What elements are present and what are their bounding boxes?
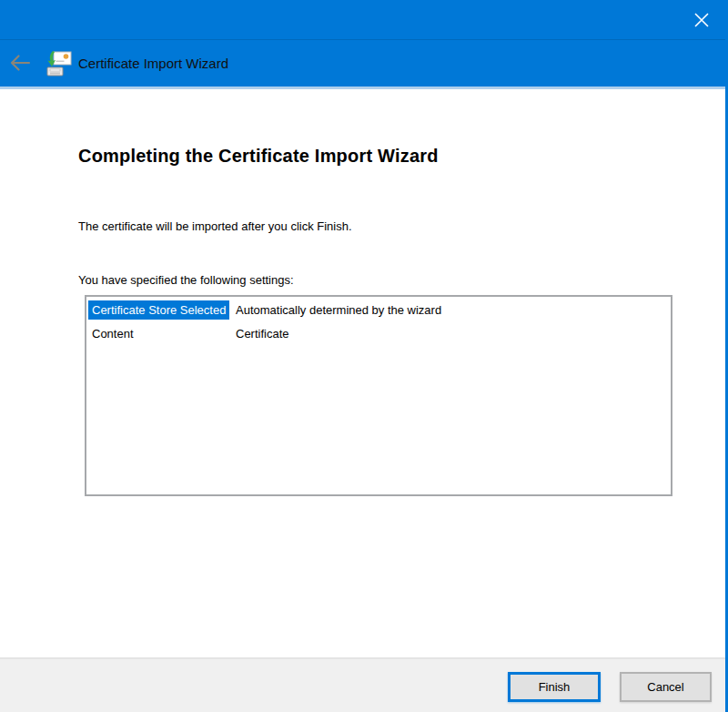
- wizard-header-title: Certificate Import Wizard: [78, 40, 228, 86]
- titlebar: [0, 0, 728, 40]
- close-icon: [693, 11, 711, 29]
- page-heading: Completing the Certificate Import Wizard: [78, 146, 439, 167]
- wizard-header: Certificate Import Wizard: [0, 40, 728, 89]
- back-arrow-icon: [9, 53, 31, 76]
- setting-key: Certificate Store Selected: [88, 300, 229, 320]
- back-button[interactable]: [7, 52, 33, 76]
- settings-label: You have specified the following setting…: [78, 273, 294, 287]
- certificate-import-icon: [46, 49, 73, 78]
- intro-text: The certificate will be imported after y…: [78, 219, 352, 233]
- setting-value: Automatically determined by the wizard: [236, 300, 441, 320]
- setting-value: Certificate: [236, 324, 289, 343]
- settings-row[interactable]: Certificate Store Selected Automatically…: [88, 298, 671, 321]
- footer-button-bar: Finish Cancel: [0, 657, 728, 712]
- close-button[interactable]: [679, 0, 724, 39]
- setting-key: Content: [88, 324, 236, 343]
- settings-list[interactable]: Certificate Store Selected Automatically…: [85, 295, 672, 496]
- finish-button[interactable]: Finish: [508, 672, 601, 702]
- certificate-import-wizard-window: Certificate Import Wizard Completing the…: [0, 0, 728, 712]
- cancel-button[interactable]: Cancel: [620, 672, 712, 702]
- wizard-page-content: Completing the Certificate Import Wizard…: [0, 89, 728, 657]
- settings-row[interactable]: Content Certificate: [88, 321, 671, 345]
